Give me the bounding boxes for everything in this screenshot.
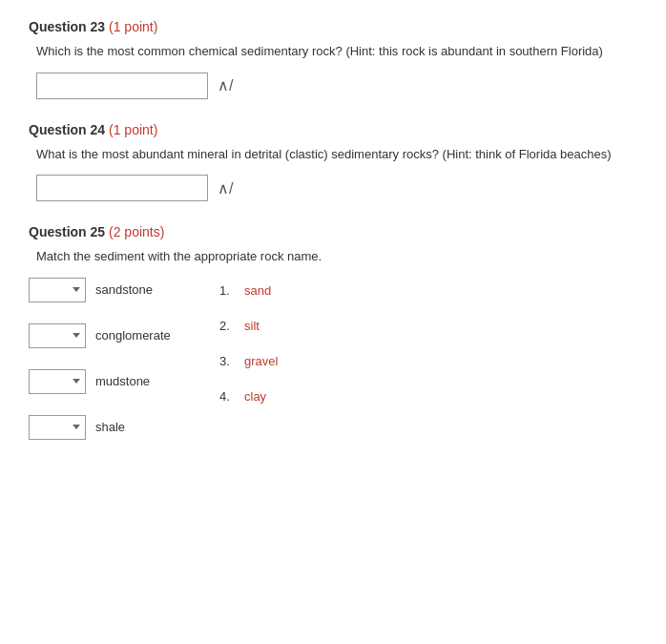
question-24-block: Question 24 (1 point) What is the most a…: [29, 122, 637, 202]
match-label-shale: shale: [95, 420, 125, 434]
spell-check-icon-23[interactable]: ∧/: [218, 76, 233, 94]
spell-check-icon-24[interactable]: ∧/: [218, 179, 233, 197]
question-24-number: Question 24: [29, 122, 105, 137]
right-number-3: 3.: [219, 354, 239, 368]
match-label-sandstone: sandstone: [95, 282, 153, 297]
question-25-block: Question 25 (2 points) Match the sedimen…: [29, 224, 637, 440]
question-24-input[interactable]: [36, 175, 208, 201]
question-25-header: Question 25 (2 points): [29, 224, 637, 239]
question-23-input[interactable]: [36, 73, 208, 99]
question-24-text: What is the most abundant mineral in det…: [29, 145, 637, 164]
right-number-4: 4.: [219, 389, 239, 404]
question-23-block: Question 23 (1 point) Which is the most …: [29, 19, 637, 99]
match-label-conglomerate: conglomerate: [95, 328, 171, 343]
dropdown-mudstone[interactable]: 1 2 3 4: [29, 369, 86, 394]
right-answer-clay: clay: [244, 389, 266, 404]
question-25-points: (2 points): [109, 224, 164, 239]
right-item-sand: 1. sand: [219, 283, 278, 298]
right-item-gravel: 3. gravel: [219, 354, 278, 368]
question-23-text: Which is the most common chemical sedime…: [29, 42, 637, 61]
question-25-matching: 1 2 3 4 sandstone 1 2 3 4 conglomerate: [29, 278, 637, 440]
right-answer-gravel: gravel: [244, 354, 278, 368]
question-24-points: (1 point): [109, 122, 157, 137]
right-item-clay: 4. clay: [219, 389, 278, 404]
question-23-number: Question 23: [29, 19, 105, 34]
question-25-text: Match the sediment with the appropriate …: [29, 247, 637, 266]
match-row-mudstone: 1 2 3 4 mudstone: [29, 369, 219, 394]
matching-left-col: 1 2 3 4 sandstone 1 2 3 4 conglomerate: [29, 278, 219, 440]
right-answer-sand: sand: [244, 283, 271, 298]
right-item-silt: 2. silt: [219, 319, 278, 333]
question-23-header: Question 23 (1 point): [29, 19, 637, 34]
question-23-input-row: ∧/: [29, 73, 637, 99]
question-24-header: Question 24 (1 point): [29, 122, 637, 137]
matching-right-col: 1. sand 2. silt 3. gravel 4. clay: [219, 278, 278, 404]
match-row-conglomerate: 1 2 3 4 conglomerate: [29, 323, 219, 348]
dropdown-shale[interactable]: 1 2 3 4: [29, 415, 86, 440]
question-23-points: (1 point): [109, 19, 157, 34]
question-25-number: Question 25: [29, 224, 105, 239]
match-row-sandstone: 1 2 3 4 sandstone: [29, 278, 219, 302]
right-answer-silt: silt: [244, 319, 260, 333]
question-24-input-row: ∧/: [29, 175, 637, 201]
right-number-1: 1.: [219, 283, 239, 298]
dropdown-sandstone[interactable]: 1 2 3 4: [29, 278, 86, 302]
right-number-2: 2.: [219, 319, 239, 333]
match-label-mudstone: mudstone: [95, 374, 150, 388]
dropdown-conglomerate[interactable]: 1 2 3 4: [29, 323, 86, 348]
match-row-shale: 1 2 3 4 shale: [29, 415, 219, 440]
